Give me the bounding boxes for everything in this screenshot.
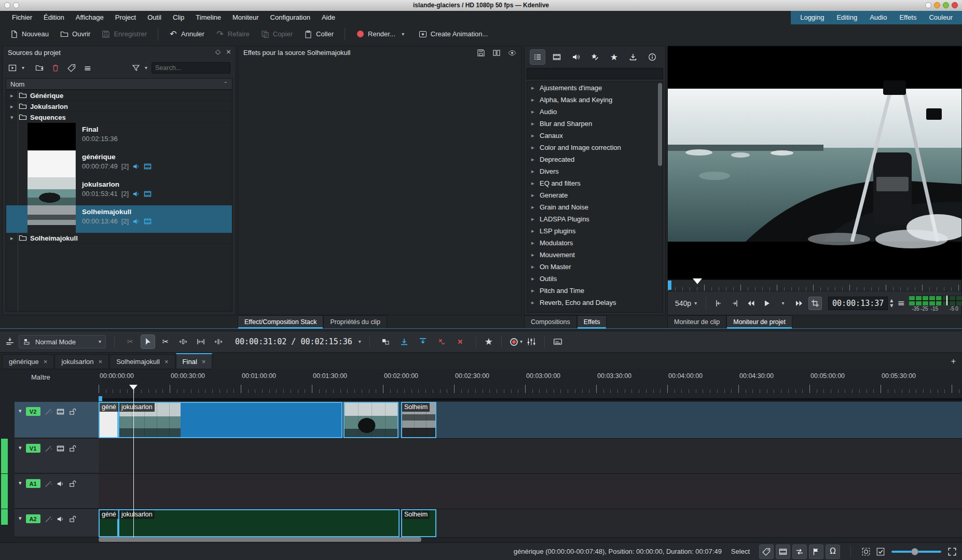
extract-zone-button[interactable] [434, 334, 449, 349]
chevron-right-icon[interactable]: ▸ [531, 97, 536, 103]
effects-search-input[interactable] [527, 68, 663, 79]
workspace-tab-effets[interactable]: Effets [893, 11, 923, 24]
collapse-track-icon[interactable]: ▾ [19, 480, 22, 486]
effect-category-deprecated[interactable]: ▸Deprecated [527, 153, 663, 165]
workspace-tab-editing[interactable]: Editing [830, 11, 863, 24]
audio-mixer-icon[interactable] [527, 337, 536, 346]
chevron-right-icon[interactable]: ▸ [531, 157, 536, 162]
bin-folder-jokulsarlon[interactable]: ▸Jokulsarlon [6, 101, 232, 112]
bin-folder-sequences[interactable]: ▾Sequences [6, 112, 232, 123]
select-tool-button[interactable] [141, 334, 155, 349]
fit-zoom-icon[interactable] [947, 547, 957, 556]
insert-zone-button[interactable] [397, 334, 411, 349]
timeline-hscrollbar[interactable] [99, 537, 421, 542]
coller-button[interactable]: Coller [299, 27, 338, 41]
effect-category-ajustements-d-image[interactable]: ▸Ajustements d'image [527, 82, 663, 94]
effect-list-button[interactable] [530, 49, 545, 65]
track-target-badge[interactable]: A1 [26, 479, 40, 488]
chevron-right-icon[interactable]: ▸ [531, 121, 536, 127]
mix-clips-button[interactable] [378, 334, 393, 349]
chevron-right-icon[interactable]: ▸ [10, 93, 16, 99]
timeline-settings-icon[interactable] [5, 337, 15, 346]
sequence-tab-final[interactable]: Final× [176, 353, 213, 369]
effect-category-grain-and-noise[interactable]: ▸Grain and Noise [527, 201, 663, 213]
effect-category-modulators[interactable]: ▸Modulators [527, 237, 663, 249]
effect-category-reverb-echo-and-delays[interactable]: ▸Reverb, Echo and Delays [527, 297, 663, 309]
monitor-timecode[interactable]: 00:00:13:37 [828, 297, 888, 310]
sequence-tab-solheimajokull[interactable]: Solheimajokull× [109, 354, 175, 369]
monitor-menu-icon[interactable]: ≡ [897, 299, 904, 307]
overwrite-zone-button[interactable] [416, 334, 430, 349]
bin-clip-solheimajokull[interactable]: Solheimajokull00:00:13:46[2] [6, 205, 232, 233]
zoom-slider-handle[interactable] [911, 548, 918, 555]
menu-fichier[interactable]: Fichier [6, 11, 38, 24]
create-folder-button[interactable] [35, 64, 44, 73]
zone-out-button[interactable] [728, 297, 741, 310]
chevron-down-icon[interactable]: ▾ [359, 339, 361, 344]
bin-clip-generique[interactable]: générique00:00:07:49[2] [6, 150, 232, 178]
rewind-button[interactable] [744, 297, 758, 310]
bin-folder-solheimajokull[interactable]: ▸Solheimajokull [6, 233, 232, 244]
tag-button[interactable] [759, 544, 774, 559]
bin-search-input[interactable] [152, 62, 230, 74]
track-target-badge[interactable]: V1 [26, 444, 40, 453]
track-v2[interactable]: généjokulsarlonSolheim [99, 402, 962, 439]
sort-chevron-icon[interactable]: ⌃ [224, 81, 228, 87]
audio-effects-button[interactable] [568, 49, 584, 65]
dock-tab-moniteur-de-projet[interactable]: Moniteur de projet [726, 315, 792, 329]
track-a2[interactable]: généjokulsarlonSolheim [99, 509, 962, 538]
effect-category-generate[interactable]: ▸Generate [527, 189, 663, 201]
chevron-right-icon[interactable]: ▸ [531, 216, 536, 222]
chevron-right-icon[interactable]: ▸ [531, 288, 536, 293]
effect-info-button[interactable] [644, 49, 660, 65]
collapse-track-icon[interactable]: ▾ [19, 445, 22, 451]
window-button[interactable] [925, 2, 931, 8]
track-target-indicator[interactable] [1, 474, 8, 509]
nouveau-button[interactable]: Nouveau [5, 27, 53, 41]
workspace-tab-logging[interactable]: Logging [794, 11, 830, 24]
effect-category-eq-and-filters[interactable]: ▸EQ and filters [527, 177, 663, 189]
menu-aide[interactable]: Aide [316, 11, 341, 24]
track-target-indicator[interactable] [1, 439, 8, 473]
menu-moniteur[interactable]: Moniteur [227, 11, 265, 24]
annuler-button[interactable]: ↶Annuler [164, 27, 209, 41]
add-sequence-button[interactable]: + [951, 357, 956, 366]
sequence-tab-jokulsarlon[interactable]: jokulsarlon× [54, 354, 109, 369]
chevron-right-icon[interactable]: ▸ [531, 169, 536, 174]
workspace-tab-couleur[interactable]: Couleur [923, 11, 959, 24]
window-button[interactable] [13, 2, 19, 8]
close-tab-icon[interactable]: × [99, 358, 103, 366]
monitor-playhead[interactable] [693, 278, 702, 289]
dock-tab-moniteur-de-clip[interactable]: Moniteur de clip [667, 315, 726, 329]
timeline-zoom-slider[interactable] [891, 548, 941, 555]
filter-funnel-icon[interactable] [132, 64, 141, 73]
float-panel-icon[interactable]: ◇ [215, 48, 221, 55]
effects-scrollbar[interactable] [658, 83, 662, 166]
bin-clip-jokulsarlon[interactable]: jokulsarlon00:01:53:41[2] [6, 178, 232, 205]
razor-all-button[interactable]: ✂ [123, 334, 138, 349]
dock-tab-compositions[interactable]: Compositions [524, 315, 577, 329]
menu-configuration[interactable]: Configuration [265, 11, 316, 24]
video-effects-button[interactable] [549, 49, 565, 65]
close-tab-icon[interactable]: × [202, 358, 206, 366]
track-header-a1[interactable]: ▾A1 [15, 474, 99, 509]
effect-category-audio[interactable]: ▸Audio [527, 106, 663, 118]
menu-edition[interactable]: Édition [38, 11, 70, 24]
chevron-right-icon[interactable]: ▸ [531, 204, 536, 210]
delete-button[interactable] [51, 64, 60, 73]
close-panel-icon[interactable]: × [226, 48, 231, 55]
master-track-label[interactable]: Maître [31, 373, 50, 381]
timecode-spinner[interactable]: ▲▼ [890, 299, 893, 308]
timeline-clip[interactable] [343, 402, 398, 438]
chevron-right-icon[interactable]: ▸ [531, 252, 536, 258]
record-button[interactable]: ▾ [510, 338, 523, 346]
monitor-video[interactable] [668, 46, 961, 279]
save-stack-button[interactable] [477, 49, 485, 59]
add-clip-button[interactable]: ▾ [8, 64, 28, 73]
edit-mode-select[interactable]: Normal Mode ▾ [19, 335, 106, 348]
sequence-tab-generique[interactable]: générique× [2, 354, 54, 369]
dock-tab-effets[interactable]: Effets [577, 315, 607, 329]
effect-category-ladspa-plugins[interactable]: ▸LADSPA Plugins [527, 213, 663, 225]
chevron-right-icon[interactable]: ▸ [531, 109, 536, 115]
effect-category-mouvement[interactable]: ▸Mouvement [527, 249, 663, 261]
